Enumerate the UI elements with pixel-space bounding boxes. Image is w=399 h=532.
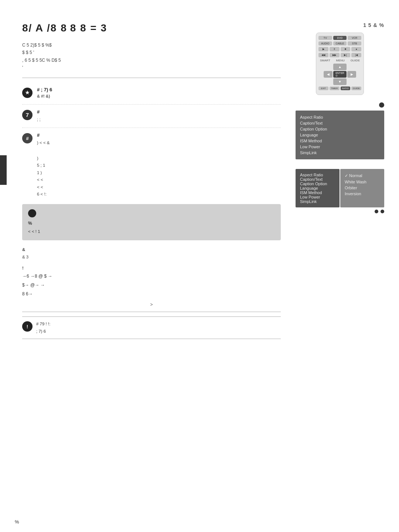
submenu-whitewash: White Wash <box>345 179 380 185</box>
title-eq: 8 8 = 3 <box>70 22 107 34</box>
intro-line3: , 6 5 $ 5 5C % D$ 5 <box>22 57 281 64</box>
sub1: & & 3 <box>22 246 281 261</box>
circle-dot-icon-1 <box>379 102 384 108</box>
arrows-line2: $→ @→ → <box>22 281 281 289</box>
intro-line2: $ $ 5 ' <box>22 49 281 56</box>
section-hash-title: # <box>37 132 281 138</box>
remote-btn-cable: CABLE <box>333 41 347 45</box>
menu-item-lowpower-1: Low Power <box>300 144 380 150</box>
menu2-caption-text: Caption/Text <box>300 177 335 182</box>
section-hash-content: # ) < < & <box>37 132 281 147</box>
menu2-lowpower: Low Power <box>300 195 335 199</box>
dot-indicator-1 <box>296 102 384 108</box>
section-star-title: # ; 7) 6 <box>37 87 281 92</box>
submenu-inversion: Inversion <box>345 191 380 197</box>
title-main: 8/ A /8 8 <box>22 22 67 34</box>
remote-control: TV DVD VCR AUDIO CABLE STB ▶ II ■ ● ◀◀ <box>316 33 364 95</box>
remote-btn-stop: ■ <box>341 47 351 51</box>
arrows-line3: 8 6→ <box>22 289 281 298</box>
section-seven-title: # <box>37 109 281 115</box>
center-note-text: > <box>150 302 153 307</box>
nav-empty-tr <box>347 64 356 70</box>
extra-line5: < < <box>37 184 281 191</box>
remote-row-1: TV DVD VCR <box>318 36 361 40</box>
extra-line6: 6 < !: <box>37 191 281 198</box>
extra-line2: 5 ; 1 <box>37 162 281 169</box>
nav-left-btn: ◀ <box>324 71 332 78</box>
sidebar-tab <box>0 155 7 185</box>
remote-row-2: AUDIO CABLE STB <box>318 41 361 45</box>
hash-icon: # <box>22 133 33 143</box>
nav-enter-btn: ENTER⊙ <box>333 71 347 78</box>
remote-smart-label: SMART <box>320 59 330 62</box>
remote-btn-play: ▶ <box>318 47 328 51</box>
submenu-normal: Normal <box>345 173 380 179</box>
page-title: 8/ A /8 8 8 8 = 3 <box>22 22 281 34</box>
menu-item-ism-1: ISM Method <box>300 138 380 144</box>
star-icon: ★ <box>22 88 33 98</box>
menu-item-language-1: Language <box>300 132 380 138</box>
remote-btn-prev: |◀ <box>351 53 361 57</box>
exclaim-icon: ! <box>22 321 33 332</box>
remote-btn-exit: EXIT <box>318 87 328 90</box>
extra-line1: ) <box>37 155 281 162</box>
remote-container: TV DVD VCR AUDIO CABLE STB ▶ II ■ ● ◀◀ <box>296 33 384 95</box>
divider-2 <box>22 312 281 312</box>
extra-body: ) 5 ; 1 1 ) < < < < 6 < !: <box>22 155 281 198</box>
remote-nav: ▲ ◀ ENTER⊙ ▶ ▼ <box>324 64 356 85</box>
remote-btn-tv: TV <box>318 36 332 40</box>
section-seven-content: # ; ; <box>37 109 281 123</box>
bottom-note-line2: ; 7) 6 <box>36 328 50 335</box>
sub2: ! →6 →8 @ $ → $→ @→ → 8 6→ <box>22 265 281 299</box>
left-column: 8/ A /8 8 8 8 = 3 C 5 2)$ 5 $ %$ $ $ 5 '… <box>22 22 281 339</box>
right-title: 1 5 & % <box>296 22 384 28</box>
remote-row-4: ◀◀ ▶▶ ▶| |◀ <box>318 53 361 57</box>
nav-right-btn: ▶ <box>347 71 356 78</box>
extra-line4: < < <box>37 176 281 184</box>
highlight-box: % < < ! 1 <box>22 204 281 241</box>
remote-btn-dvd: DVD <box>333 36 347 40</box>
circle-dot-sm-1 <box>375 210 378 213</box>
menu-item-caption-text-1: Caption/Text <box>300 120 380 126</box>
arrows-line1: →6 →8 @ $ → <box>22 272 281 281</box>
section-star-content: # ; 7) 6 & #! &) <box>37 87 281 100</box>
nav-down-btn: ▼ <box>333 78 347 85</box>
nav-up-btn: ▲ <box>333 64 347 70</box>
spacer-1 <box>296 162 384 169</box>
remote-bottom-row: EXIT TIMER RATIO GUIDE <box>318 87 361 90</box>
remote-btn-skip: ▶| <box>341 53 351 57</box>
menu-item-aspect-ratio-1: Aspect Ratio <box>300 114 380 120</box>
sub1-title: & <box>22 246 281 254</box>
menu-item-caption-option-1: Caption Option <box>300 126 380 132</box>
section-seven: 7 # ; ; <box>22 105 281 128</box>
sub2-title: ! <box>22 265 281 272</box>
remote-btn-guide: GUIDE <box>351 87 361 90</box>
dot-row <box>296 210 384 213</box>
remote-btn-vcr: VCR <box>348 36 361 40</box>
nav-empty-br <box>347 78 356 85</box>
intro-line4: ' <box>22 64 281 71</box>
bottom-note-content: # 79 ! !: ; 7) 6 <box>36 321 50 335</box>
sub2-arrows: →6 →8 @ $ → $→ @→ → 8 6→ <box>22 272 281 298</box>
menu2-language: Language <box>300 186 335 190</box>
page-number: % <box>15 519 19 525</box>
highlight-title: % <box>28 221 275 226</box>
circle-bullet-icon <box>28 209 36 217</box>
nav-empty-tl <box>324 64 332 70</box>
right-column: 1 5 & % TV DVD VCR AUDIO CABLE STB ▶ II <box>296 22 384 339</box>
remote-row-3: ▶ II ■ ● <box>318 47 361 51</box>
menu2-aspect-ratio: Aspect Ratio <box>300 173 335 177</box>
highlight-body: < < ! 1 <box>28 228 275 235</box>
seven-icon: 7 <box>22 110 33 120</box>
menu2-caption-option: Caption Option <box>300 182 335 186</box>
remote-btn-rec: ● <box>351 47 361 51</box>
menu-box-2-container: Aspect Ratio Caption/Text Caption Option… <box>296 169 384 207</box>
menu-box-1: Aspect Ratio Caption/Text Caption Option… <box>296 111 384 159</box>
remote-btn-timer: TIMER <box>330 87 340 90</box>
intro-line1: C 5 2)$ 5 $ %$ <box>22 41 281 49</box>
sub1-body: & 3 <box>22 254 281 261</box>
remote-btn-pause: II <box>330 47 340 51</box>
remote-guide-label: GUIDE <box>351 59 360 62</box>
section-star-subtitle: & #! &) <box>37 94 281 98</box>
section-hash: # # ) < < & <box>22 128 281 151</box>
